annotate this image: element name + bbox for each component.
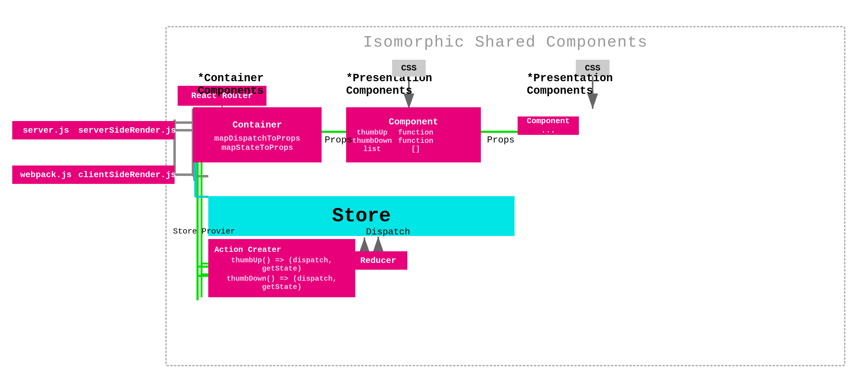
action-creater-box: Action Creater thumbUp() => (dispatch, g… [208,239,355,297]
component-right-box: Component ... [518,116,579,135]
component-col1: thumbUpthumbDownlist [352,128,392,153]
component-title: Component [352,117,475,127]
container-item2: mapStateToProps [214,143,301,152]
component-col2: functionfunction[] [398,128,433,153]
dispatch-label: Dispatch [366,227,410,237]
component-content: thumbUpthumbDownlist functionfunction[] [352,128,475,153]
component-box: Component thumbUpthumbDownlist functionf… [346,107,481,163]
container-items: mapDispatchToProps mapStateToProps [214,134,301,152]
action-creater-title: Action Creater [214,245,281,254]
action-item1: thumbUp() => (dispatch, getState) [214,256,349,273]
css-box-1: CSS [392,60,426,77]
server-side-render-box: serverSideRender.js [80,121,175,140]
server-side-render-label: serverSideRender.js [78,126,176,135]
store-box: Store [208,196,515,236]
props-label-2: Props [487,135,515,145]
props-label-1: Props [325,135,352,145]
container-components-label: *ContainerComponents [197,72,264,97]
action-item2: thumbDown() => (dispatch, getState) [214,274,349,291]
container-item1: mapDispatchToProps [214,134,301,143]
webpack-js-box: webpack.js [12,166,80,184]
server-js-label: server.js [23,126,69,135]
store-provier-label: Store Provier [173,227,235,236]
container-box: Container mapDispatchToProps mapStateToP… [193,107,321,163]
container-title: Container [232,117,282,131]
reducer-box: Reducer [349,251,407,270]
server-js-box: server.js [12,121,80,140]
webpack-js-label: webpack.js [20,170,72,180]
client-side-render-label: clientSideRender.js [78,170,176,180]
client-side-render-box: clientSideRender.js [80,166,175,184]
presentation-components-right-label: *PresentationComponents [527,72,613,97]
shared-components-title: Isomorphic Shared Components [363,33,648,52]
diagram: Isomorphic Shared Components [0,0,868,384]
